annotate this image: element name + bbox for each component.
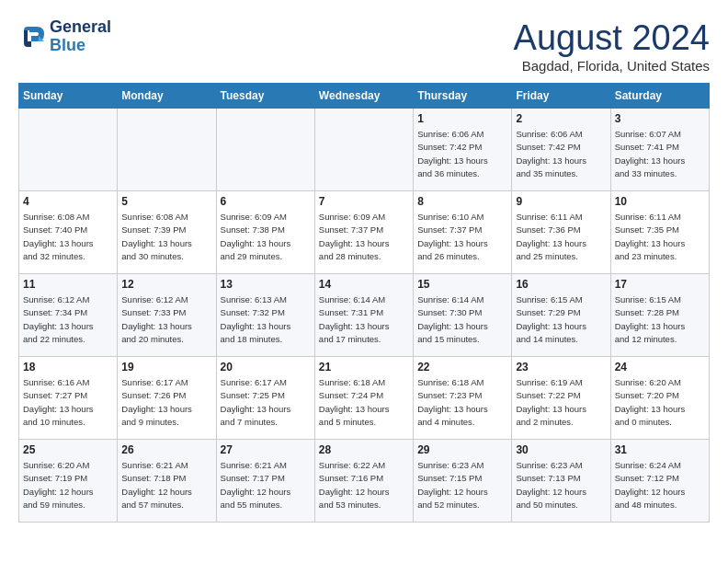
day-number: 11 [23,278,113,291]
day-number: 30 [516,443,606,456]
day-info: Sunrise: 6:10 AMSunset: 7:37 PMDaylight:… [417,211,507,263]
day-number: 13 [221,278,311,291]
calendar-cell: 2Sunrise: 6:06 AMSunset: 7:42 PMDaylight… [512,109,610,191]
day-info: Sunrise: 6:11 AMSunset: 7:35 PMDaylight:… [615,211,705,263]
logo: General Blue [18,18,111,55]
day-number: 19 [121,361,211,373]
calendar-cell: 22Sunrise: 6:18 AMSunset: 7:23 PMDayligh… [414,357,512,440]
logo-text: General Blue [50,18,111,55]
calendar-cell: 18Sunrise: 6:16 AMSunset: 7:27 PMDayligh… [19,357,118,440]
weekday-header-wednesday: Wednesday [314,84,413,109]
location: Bagdad, Florida, United States [514,58,710,74]
calendar-cell: 4Sunrise: 6:08 AMSunset: 7:40 PMDaylight… [19,191,118,274]
weekday-row: SundayMondayTuesdayWednesdayThursdayFrid… [19,84,710,109]
calendar-cell: 16Sunrise: 6:15 AMSunset: 7:29 PMDayligh… [512,274,610,357]
day-number: 26 [121,443,211,456]
day-number: 21 [319,361,409,373]
day-info: Sunrise: 6:08 AMSunset: 7:39 PMDaylight:… [121,211,211,263]
day-info: Sunrise: 6:12 AMSunset: 7:33 PMDaylight:… [121,293,211,346]
calendar-week-2: 4Sunrise: 6:08 AMSunset: 7:40 PMDaylight… [19,191,710,274]
calendar-cell: 21Sunrise: 6:18 AMSunset: 7:24 PMDayligh… [314,357,413,440]
day-info: Sunrise: 6:06 AMSunset: 7:42 PMDaylight:… [417,128,507,180]
day-info: Sunrise: 6:08 AMSunset: 7:40 PMDaylight:… [23,211,113,263]
calendar-week-1: 1Sunrise: 6:06 AMSunset: 7:42 PMDaylight… [19,109,710,191]
weekday-header-friday: Friday [512,84,610,109]
calendar-cell: 11Sunrise: 6:12 AMSunset: 7:34 PMDayligh… [19,274,118,357]
day-info: Sunrise: 6:14 AMSunset: 7:30 PMDaylight:… [417,293,507,346]
day-info: Sunrise: 6:11 AMSunset: 7:36 PMDaylight:… [516,211,606,263]
calendar-cell: 3Sunrise: 6:07 AMSunset: 7:41 PMDaylight… [610,109,709,191]
calendar-cell: 30Sunrise: 6:23 AMSunset: 7:13 PMDayligh… [512,440,610,523]
day-info: Sunrise: 6:15 AMSunset: 7:28 PMDaylight:… [615,293,705,346]
calendar-cell: 7Sunrise: 6:09 AMSunset: 7:37 PMDaylight… [314,191,413,274]
day-info: Sunrise: 6:20 AMSunset: 7:19 PMDaylight:… [23,459,113,511]
day-number: 5 [121,195,211,208]
day-number: 8 [417,195,507,208]
day-number: 22 [417,361,507,373]
calendar-cell: 26Sunrise: 6:21 AMSunset: 7:18 PMDayligh… [118,440,216,523]
day-number: 15 [417,278,507,291]
calendar-cell: 27Sunrise: 6:21 AMSunset: 7:17 PMDayligh… [216,440,314,523]
day-number: 17 [615,278,705,291]
calendar-cell: 1Sunrise: 6:06 AMSunset: 7:42 PMDaylight… [414,109,512,191]
day-number: 18 [23,361,113,373]
weekday-header-monday: Monday [118,84,216,109]
calendar-cell: 8Sunrise: 6:10 AMSunset: 7:37 PMDaylight… [414,191,512,274]
day-info: Sunrise: 6:18 AMSunset: 7:23 PMDaylight:… [417,376,507,429]
day-number: 12 [121,278,211,291]
day-info: Sunrise: 6:20 AMSunset: 7:20 PMDaylight:… [615,376,705,429]
day-number: 7 [319,195,409,208]
calendar-cell: 17Sunrise: 6:15 AMSunset: 7:28 PMDayligh… [610,274,709,357]
day-number: 25 [23,443,113,456]
calendar-cell [118,109,216,191]
day-info: Sunrise: 6:22 AMSunset: 7:16 PMDaylight:… [319,459,409,511]
day-number: 2 [516,112,606,125]
day-info: Sunrise: 6:09 AMSunset: 7:38 PMDaylight:… [221,211,311,263]
day-info: Sunrise: 6:18 AMSunset: 7:24 PMDaylight:… [319,376,409,429]
day-number: 29 [417,443,507,456]
day-info: Sunrise: 6:21 AMSunset: 7:18 PMDaylight:… [121,459,211,511]
day-info: Sunrise: 6:07 AMSunset: 7:41 PMDaylight:… [615,128,705,180]
day-info: Sunrise: 6:24 AMSunset: 7:12 PMDaylight:… [615,459,705,511]
day-info: Sunrise: 6:15 AMSunset: 7:29 PMDaylight:… [516,293,606,346]
weekday-header-saturday: Saturday [610,84,709,109]
calendar-cell [216,109,314,191]
day-info: Sunrise: 6:23 AMSunset: 7:15 PMDaylight:… [417,459,507,511]
calendar-cell: 15Sunrise: 6:14 AMSunset: 7:30 PMDayligh… [414,274,512,357]
day-number: 9 [516,195,606,208]
calendar-cell: 19Sunrise: 6:17 AMSunset: 7:26 PMDayligh… [118,357,216,440]
logo-icon [18,23,46,51]
calendar-cell: 31Sunrise: 6:24 AMSunset: 7:12 PMDayligh… [610,440,709,523]
day-number: 16 [516,278,606,291]
day-info: Sunrise: 6:09 AMSunset: 7:37 PMDaylight:… [319,211,409,263]
calendar-cell: 10Sunrise: 6:11 AMSunset: 7:35 PMDayligh… [610,191,709,274]
day-info: Sunrise: 6:12 AMSunset: 7:34 PMDaylight:… [23,293,113,346]
calendar-cell: 9Sunrise: 6:11 AMSunset: 7:36 PMDaylight… [512,191,610,274]
day-number: 24 [615,361,705,373]
day-info: Sunrise: 6:17 AMSunset: 7:25 PMDaylight:… [221,376,311,429]
weekday-header-thursday: Thursday [414,84,512,109]
day-number: 28 [319,443,409,456]
calendar-cell: 5Sunrise: 6:08 AMSunset: 7:39 PMDaylight… [118,191,216,274]
calendar-week-3: 11Sunrise: 6:12 AMSunset: 7:34 PMDayligh… [19,274,710,357]
calendar-body: 1Sunrise: 6:06 AMSunset: 7:42 PMDaylight… [19,109,710,523]
calendar-cell [19,109,118,191]
day-number: 23 [516,361,606,373]
logo-blue: Blue [50,36,85,54]
calendar-cell: 25Sunrise: 6:20 AMSunset: 7:19 PMDayligh… [19,440,118,523]
calendar-cell: 28Sunrise: 6:22 AMSunset: 7:16 PMDayligh… [314,440,413,523]
day-number: 3 [615,112,705,125]
day-info: Sunrise: 6:21 AMSunset: 7:17 PMDaylight:… [221,459,311,511]
calendar-cell: 20Sunrise: 6:17 AMSunset: 7:25 PMDayligh… [216,357,314,440]
calendar-week-5: 25Sunrise: 6:20 AMSunset: 7:19 PMDayligh… [19,440,710,523]
day-number: 1 [417,112,507,125]
day-info: Sunrise: 6:23 AMSunset: 7:13 PMDaylight:… [516,459,606,511]
day-info: Sunrise: 6:17 AMSunset: 7:26 PMDaylight:… [121,376,211,429]
page-header: General Blue August 2024 Bagdad, Florida… [18,18,710,74]
calendar-cell [314,109,413,191]
logo-general: General [50,17,111,36]
day-number: 4 [23,195,113,208]
calendar-table: SundayMondayTuesdayWednesdayThursdayFrid… [18,83,710,523]
calendar-header: SundayMondayTuesdayWednesdayThursdayFrid… [19,84,710,109]
day-number: 6 [221,195,311,208]
